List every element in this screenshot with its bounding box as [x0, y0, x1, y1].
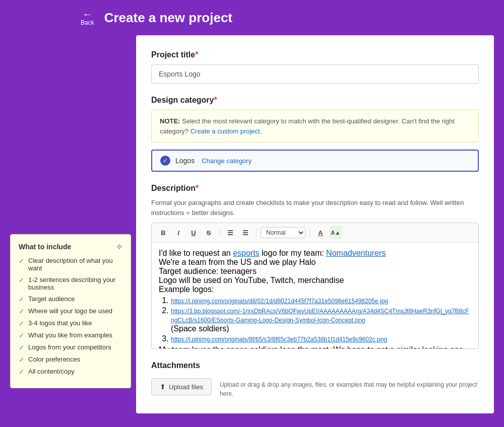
required-asterisk-2: * [214, 96, 217, 104]
example-logos-list: https://i.pinimg.com/originals/d8/02/1d/… [171, 296, 471, 343]
desc-line2: We're a team from the US and we play Hal… [159, 258, 471, 267]
back-label: Back [81, 19, 94, 26]
check-icon-3: ✓ [19, 296, 24, 303]
category-check-icon: ✓ [160, 156, 170, 166]
header: ← Back Create a new project [0, 0, 504, 35]
page-title: Create a new project [104, 10, 232, 26]
sidebar-item: ✓ All content/copy [19, 368, 122, 376]
list-item: https://i.pinimg.com/originals/d8/02/1d/… [171, 296, 471, 305]
sidebar-item: ✓ Where will your logo be used [19, 307, 122, 315]
toolbar-divider-3 [309, 228, 310, 237]
editor-content[interactable]: I'd like to request an esports logo for … [152, 243, 478, 348]
move-icon[interactable]: ✥ [116, 243, 122, 251]
required-asterisk-3: * [196, 184, 199, 192]
sidebar-item-label-1: Clear description of what you want [28, 257, 122, 272]
sidebar-item: ✓ Target audience [19, 295, 122, 303]
sidebar-item: ✓ Color preferences [19, 355, 122, 364]
format-select[interactable]: Normal Heading 1 Heading 2 [261, 227, 305, 238]
project-title-label: Project title* [151, 50, 479, 59]
logo-link-1[interactable]: https://i.pinimg.com/originals/d8/02/1d/… [171, 298, 388, 305]
desc-line4: Logo will be used on YouTube, Twitch, me… [159, 276, 471, 285]
category-name: Logos [175, 157, 195, 165]
sidebar-item: ✓ Clear description of what you want [19, 257, 122, 272]
editor-toolbar: B I U S ☰ ☰ Normal Heading 1 Heading 2 A [152, 223, 478, 243]
description-hint: Format your paragraphs and create checkl… [151, 198, 479, 218]
sidebar-item-label-9: All content/copy [28, 368, 75, 375]
category-selector: ✓ Logos Change category [151, 150, 479, 172]
check-icon-1: ✓ [19, 257, 24, 265]
check-icon-6: ✓ [19, 332, 24, 339]
editor-container: B I U S ☰ ☰ Normal Heading 1 Heading 2 A [151, 223, 479, 349]
team-link[interactable]: Nomadventurers [326, 249, 386, 257]
project-title-section: Project title* [151, 50, 479, 84]
upload-btn-label: Upload files [169, 383, 203, 391]
check-icon-4: ✓ [19, 308, 24, 315]
design-category-section: Design category* NOTE: Select the most r… [151, 96, 479, 172]
check-icon-5: ✓ [19, 320, 24, 327]
sidebar-item: ✓ 3-4 logos that you like [19, 319, 122, 327]
sidebar-item-label-6: What you like from examples [28, 331, 112, 339]
desc-line-last: My team loves the space soldiers logo th… [159, 345, 471, 348]
sidebar-header: What to include ✥ [19, 243, 122, 251]
attachments-label: Attachments [151, 361, 479, 370]
toolbar-divider-2 [256, 228, 257, 237]
check-icon-2: ✓ [19, 276, 24, 284]
logo-link-2[interactable]: https://3.bp.blogspot.com/-1rjrxDbRAcs/V… [171, 308, 469, 324]
italic-button[interactable]: I [172, 226, 185, 239]
main-layout: Project title* Design category* NOTE: Se… [0, 35, 504, 427]
list-item: https://i.pinimg.com/originals/8f/65/c3/… [171, 334, 471, 343]
sidebar-item: ✓ Logos from your competitors [19, 343, 122, 351]
check-icon-7: ✓ [19, 344, 24, 351]
sidebar-title: What to include [19, 243, 71, 251]
sidebar-item-label-8: Color preferences [28, 355, 80, 363]
change-category-link[interactable]: Change category [202, 157, 251, 165]
custom-project-link[interactable]: Create a custom project. [191, 127, 262, 135]
description-label: Description* [151, 184, 479, 193]
check-icon-8: ✓ [19, 356, 24, 364]
sidebar-item-label-3: Target audience [28, 295, 75, 303]
upload-hint: Upload or drag & drop any images, files,… [220, 378, 479, 398]
list-item: https://3.bp.blogspot.com/-1rjrxDbRAcs/V… [171, 306, 471, 333]
text-highlight-button[interactable]: A▲ [329, 226, 342, 239]
description-section: Description* Format your paragraphs and … [151, 184, 479, 349]
underline-button[interactable]: U [187, 226, 200, 239]
sidebar-item-label-2: 1-2 sentences describing your business [28, 276, 122, 291]
bold-button[interactable]: B [157, 226, 170, 239]
sidebar-item-label-5: 3-4 logos that you like [28, 319, 92, 327]
upload-icon: ⬆ [160, 383, 166, 391]
check-icon-9: ✓ [19, 368, 24, 376]
upload-button[interactable]: ⬆ Upload files [151, 378, 212, 395]
toolbar-divider-1 [219, 228, 220, 237]
desc-line1: I'd like to request an esports logo for … [159, 249, 471, 258]
sidebar-item: ✓ What you like from examples [19, 331, 122, 339]
sidebar-item-label-4: Where will your logo be used [28, 307, 112, 315]
text-color-button[interactable]: A [314, 226, 327, 239]
back-arrow-icon: ← [82, 9, 92, 19]
unordered-list-button[interactable]: ☰ [239, 226, 252, 239]
sidebar-item-label-7: Logos from your competitors [28, 343, 111, 351]
note-prefix: NOTE: [160, 117, 180, 125]
required-asterisk: * [195, 50, 198, 59]
sidebar: What to include ✥ ✓ Clear description of… [10, 234, 131, 388]
desc-line3: Target audience: teenagers [159, 267, 471, 276]
desc-line5: Example logos: [159, 285, 471, 294]
note-box: NOTE: Select the most relevant category … [151, 110, 479, 143]
logo-link-3[interactable]: https://i.pinimg.com/originals/8f/65/c3/… [171, 336, 387, 343]
ordered-list-button[interactable]: ☰ [224, 226, 237, 239]
attachments-section: Attachments ⬆ Upload files Upload or dra… [151, 361, 479, 398]
design-category-label: Design category* [151, 96, 479, 105]
sidebar-item: ✓ 1-2 sentences describing your business [19, 276, 122, 291]
upload-area: ⬆ Upload files Upload or drag & drop any… [151, 378, 479, 398]
list-item-sub: (Space soldiers) [171, 324, 229, 333]
esports-link[interactable]: esports [233, 249, 259, 257]
strikethrough-button[interactable]: S [202, 226, 215, 239]
content-area: Project title* Design category* NOTE: Se… [136, 35, 494, 413]
back-button[interactable]: ← Back [81, 9, 94, 26]
project-title-input[interactable] [151, 64, 479, 84]
